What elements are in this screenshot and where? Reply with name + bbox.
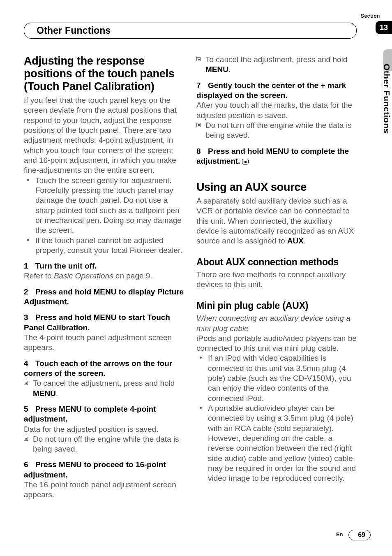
page-footer: En 69	[336, 530, 371, 540]
step-title: Press and hold MENU to complete the adju…	[196, 147, 349, 165]
step-number: 7	[196, 81, 208, 90]
step-title: Touch each of the arrows on the four cor…	[24, 359, 172, 378]
section-label: Section	[349, 13, 392, 19]
heading-about-aux: About AUX connection methods	[196, 256, 357, 268]
mini-subtitle: When connecting an auxiliary device usin…	[196, 313, 357, 334]
about-body: There are two methods to connect auxilia…	[196, 270, 357, 290]
step-title: Press MENU to proceed to 16-point adjust…	[24, 460, 166, 479]
aux-intro: A separately sold auxiliary device such …	[196, 196, 357, 246]
side-tab-label: Other Functions	[375, 61, 392, 156]
end-of-section-icon	[242, 159, 249, 164]
step-title: Turn the unit off.	[35, 262, 97, 270]
heading-calibration: Adjusting the response positions of the …	[24, 55, 184, 93]
step-title: Press and hold MENU to display Picture A…	[24, 287, 184, 306]
mini-body: iPods and portable audio/video players c…	[196, 334, 357, 354]
step-title: Press and hold MENU to start Touch Panel…	[24, 313, 170, 331]
step-number: 4	[24, 359, 35, 368]
heading-mini-pin: Mini pin plug cable (AUX)	[196, 300, 357, 312]
bullet-square-icon	[196, 123, 201, 127]
list-item: If the touch panel cannot be adjusted pr…	[24, 236, 184, 256]
step-number: 6	[24, 460, 35, 470]
page-number-badge: 69	[348, 530, 371, 540]
step-title: Press MENU to complete 4-point adjustmen…	[24, 405, 156, 423]
step-number: 3	[24, 313, 35, 322]
step-number: 2	[24, 287, 35, 297]
language-code: En	[336, 531, 343, 537]
step-body: Refer to Basic Operations on page 9.	[24, 271, 184, 281]
step-number: 8	[196, 146, 208, 156]
bullet-square-icon	[24, 381, 28, 385]
chapter-title: Other Functions	[24, 23, 357, 39]
step-body: The 16-point touch panel adjustment scre…	[24, 480, 184, 500]
list-item: A portable audio/video player can be con…	[196, 403, 357, 484]
step-body: Data for the adjusted position is saved.	[24, 424, 184, 434]
list-item: Touch the screen gently for adjustment. …	[24, 176, 184, 236]
step-note: To cancel the adjustment, press and hold…	[24, 378, 184, 398]
step-body: After you touch all the marks, the data …	[196, 100, 357, 120]
step-number: 1	[24, 261, 35, 271]
step-note: Do not turn off the engine while the dat…	[196, 120, 357, 141]
step-body: The 4-point touch panel adjustment scree…	[24, 333, 184, 353]
bullet-square-icon	[24, 437, 28, 441]
list-item: If an iPod with video capabilities is co…	[196, 353, 357, 403]
bullet-square-icon	[196, 57, 201, 61]
section-number-badge: 13	[376, 21, 392, 34]
heading-aux: Using an AUX source	[196, 181, 357, 194]
calibration-intro: If you feel that the touch panel keys on…	[24, 95, 184, 176]
step-note: Do not turn off the engine while the dat…	[24, 434, 184, 454]
step-number: 5	[24, 404, 35, 414]
step-note: To cancel the adjustment, press and hold…	[196, 55, 357, 75]
step-title: Gently touch the center of the + mark di…	[196, 81, 346, 100]
